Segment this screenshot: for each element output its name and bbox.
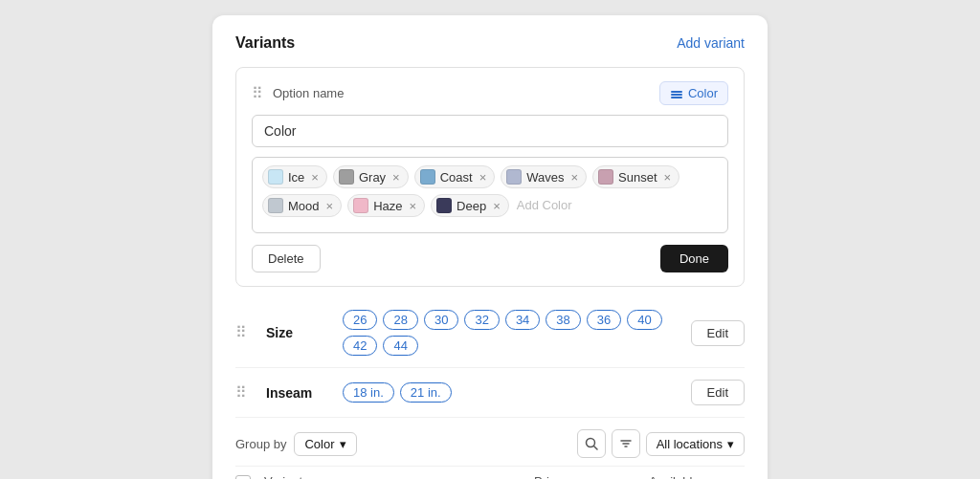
color-swatch (339, 169, 354, 185)
filter-bar: All locations ▾ (577, 429, 745, 458)
svg-rect-1 (671, 94, 682, 96)
done-button[interactable]: Done (660, 245, 728, 272)
list-item: Coast × (414, 165, 496, 188)
svg-line-4 (593, 446, 597, 450)
list-item: 36 (587, 310, 621, 330)
option-name-label: Option name (273, 86, 659, 100)
variants-panel: Variants Add variant ⠿ Option name Color… (212, 15, 768, 479)
tag-label: Ice (288, 170, 304, 185)
list-item: Ice × (262, 165, 327, 188)
tag-label: Haze (373, 199, 402, 213)
size-option-name: Size (266, 325, 343, 340)
color-option-header: ⠿ Option name Color (252, 81, 728, 105)
tag-label: Deep (457, 199, 486, 213)
color-badge-label: Color (688, 86, 718, 100)
drag-handle-size[interactable]: ⠿ (235, 325, 247, 340)
location-chevron-icon: ▾ (727, 437, 734, 451)
table-header-available: Available (649, 474, 745, 479)
group-by-label: Group by (235, 437, 286, 451)
size-edit-button[interactable]: Edit (691, 320, 745, 346)
table-header-checkbox-cell (235, 474, 264, 479)
inseam-option-row: ⠿ Inseam 18 in.21 in. Edit (235, 367, 745, 417)
color-option-section: ⠿ Option name Color Ice × Gray × (235, 67, 745, 287)
filter-icon (619, 437, 633, 450)
color-swatch (268, 198, 283, 213)
color-swatch (420, 169, 435, 185)
group-chevron-icon: ▾ (340, 437, 346, 451)
group-select[interactable]: Color ▾ (294, 432, 356, 456)
tag-remove-icon[interactable]: × (479, 171, 487, 184)
size-tags: 26283032343836404244 (343, 310, 691, 356)
table-header-price: Price (534, 474, 649, 479)
tag-label: Coast (440, 170, 473, 185)
list-item: 28 (383, 310, 417, 330)
group-selected-value: Color (304, 437, 334, 451)
tag-remove-icon[interactable]: × (409, 200, 416, 212)
panel-header: Variants Add variant (235, 34, 745, 52)
tag-remove-icon[interactable]: × (664, 171, 672, 184)
tag-label: Sunset (618, 170, 657, 185)
color-badge: Color (659, 81, 728, 105)
color-swatch (506, 169, 522, 185)
list-item: Haze × (347, 194, 425, 217)
tag-remove-icon[interactable]: × (392, 171, 400, 184)
list-item: 40 (627, 310, 661, 330)
list-item: 30 (424, 310, 458, 330)
color-swatch (268, 169, 283, 185)
delete-button[interactable]: Delete (252, 245, 321, 272)
tag-remove-icon[interactable]: × (493, 200, 501, 212)
list-item: Sunset × (592, 165, 679, 188)
drag-handle-color[interactable]: ⠿ (252, 86, 263, 101)
inseam-option-name: Inseam (266, 385, 343, 401)
list-item: 32 (464, 310, 499, 330)
list-item: Deep × (431, 194, 509, 217)
list-item: Mood × (262, 194, 342, 217)
filter-icon-btn[interactable] (612, 429, 640, 458)
color-swatch (436, 198, 452, 213)
tag-label: Mood (288, 199, 320, 213)
color-swatch (353, 198, 368, 213)
inseam-edit-button[interactable]: Edit (691, 380, 745, 405)
location-select[interactable]: All locations ▾ (646, 432, 745, 456)
svg-rect-2 (671, 97, 682, 98)
drag-handle-inseam[interactable]: ⠿ (235, 385, 247, 401)
location-label: All locations (657, 437, 723, 451)
list-item: Waves × (501, 165, 587, 188)
size-option-row: ⠿ Size 26283032343836404244 Edit (235, 298, 745, 367)
panel-title: Variants (235, 34, 295, 52)
search-icon (585, 437, 598, 450)
list-item: 44 (383, 336, 417, 356)
color-section-actions: Delete Done (252, 245, 728, 272)
list-item: 34 (505, 310, 540, 330)
tag-label: Gray (359, 170, 386, 185)
tag-label: Waves (526, 170, 564, 185)
tag-remove-icon[interactable]: × (571, 171, 579, 184)
add-variant-link[interactable]: Add variant (677, 35, 745, 51)
list-item: 42 (343, 336, 377, 356)
option-name-input[interactable] (252, 115, 728, 147)
inseam-tags: 18 in.21 in. (343, 382, 691, 403)
color-swatch (598, 169, 613, 185)
color-tags-area: Ice × Gray × Coast × Waves × Sunset × Mo… (252, 157, 728, 233)
list-item: 21 in. (400, 382, 452, 403)
table-header-variant: Variant (264, 474, 534, 479)
select-all-checkbox[interactable] (235, 475, 251, 479)
list-item: 18 in. (343, 382, 394, 403)
list-item: 26 (343, 310, 377, 330)
table-header: Variant Price Available (235, 466, 745, 479)
tag-remove-icon[interactable]: × (326, 200, 334, 212)
list-item: 38 (546, 310, 580, 330)
layers-icon (670, 87, 683, 100)
list-item: Gray × (333, 165, 409, 188)
group-bar: Group by Color ▾ All locations (235, 417, 745, 466)
add-color-placeholder[interactable]: Add Color (515, 194, 574, 217)
svg-rect-0 (671, 91, 682, 93)
tag-remove-icon[interactable]: × (311, 171, 319, 184)
search-icon-btn[interactable] (577, 429, 606, 458)
